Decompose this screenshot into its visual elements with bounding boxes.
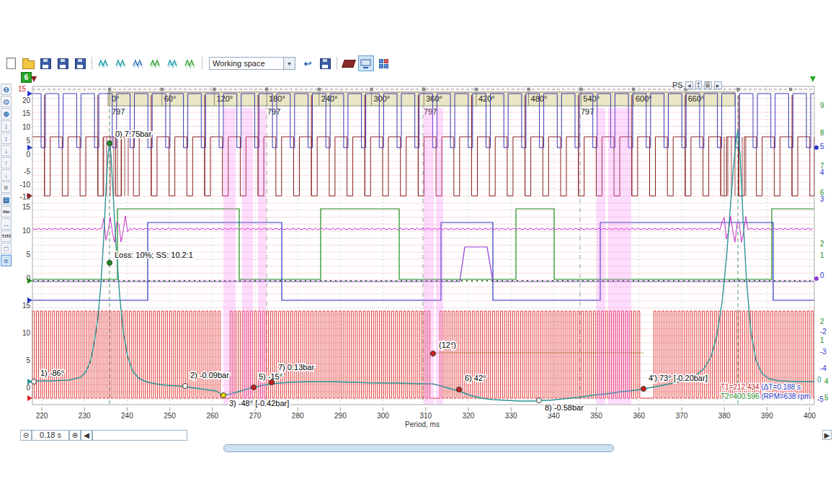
marker-4p[interactable]: [641, 387, 646, 392]
ps-label: PS: [672, 81, 683, 89]
marker-7[interactable]: [270, 380, 275, 385]
toolbar-separator: [92, 57, 92, 70]
marker-0-label: 0) 7.75bar: [115, 130, 151, 138]
highlight-band: [597, 108, 605, 405]
chart-canvas[interactable]: 0°60°120°180°240°300°360°420°480°540°600…: [0, 0, 833, 504]
toolbar-separator: [202, 57, 202, 70]
trigger-marker[interactable]: [810, 76, 816, 82]
marker-1-label: 1) -86°: [40, 369, 64, 377]
frame-button[interactable]: □: [1, 243, 12, 254]
marker-3[interactable]: [221, 393, 226, 398]
x-axis-tick-label: 290: [334, 412, 347, 420]
save-workspace-button[interactable]: [317, 55, 333, 71]
x-axis-tick-label: 370: [676, 412, 688, 420]
highlight-band: [436, 108, 443, 405]
marker-2[interactable]: [183, 384, 188, 389]
signal-preset-1-button[interactable]: [96, 55, 112, 71]
undo-button[interactable]: ↩: [300, 55, 316, 71]
shift-down-button[interactable]: ↓: [1, 169, 12, 181]
open-folder-icon: [22, 60, 35, 69]
labels-button[interactable]: Abc: [1, 206, 12, 217]
save-as-button[interactable]: [55, 55, 71, 71]
digital-view-button[interactable]: ▤: [1, 194, 12, 205]
open-file-button[interactable]: [20, 55, 36, 71]
scroll-track[interactable]: [92, 430, 187, 441]
new-file-icon: [6, 58, 16, 69]
x-axis-tick-label: 400: [803, 412, 816, 420]
period-value-label: 797: [267, 107, 280, 116]
x-axis-tick-label: 220: [36, 412, 48, 420]
compress-vertical-button[interactable]: ↕: [1, 132, 12, 144]
left-axis-label: 10: [22, 227, 31, 235]
marker-0[interactable]: [107, 141, 112, 146]
ps-left-button[interactable]: ◀: [685, 81, 693, 89]
toolbar-separator: [337, 57, 337, 70]
move-down-button[interactable]: ↓: [1, 145, 12, 156]
ps-spinner[interactable]: ▲▼: [695, 81, 702, 89]
trigger-marker[interactable]: [31, 76, 37, 82]
signal-preset-6-button[interactable]: [182, 55, 198, 71]
layout-grid-button[interactable]: [375, 55, 391, 71]
ps-down-icon[interactable]: ▼: [697, 85, 700, 89]
waveform-icon: [150, 58, 161, 69]
channel-zero-marker[interactable]: [27, 91, 32, 96]
time-sync-button[interactable]: ⊕: [69, 430, 81, 441]
right-axis-label: 1: [820, 336, 824, 344]
signal-preset-2-button[interactable]: [113, 55, 129, 71]
new-file-button[interactable]: [3, 55, 19, 71]
channel-zero-marker[interactable]: [27, 145, 32, 150]
marker-12[interactable]: [431, 351, 436, 356]
ps-right-button[interactable]: ▶: [714, 81, 722, 89]
floppy-disk-icon: [320, 58, 331, 69]
signal-preset-4-button[interactable]: [148, 55, 164, 71]
channel-level-dot[interactable]: [814, 145, 819, 150]
marker-6[interactable]: [457, 387, 462, 392]
time-markers-button[interactable]: T1T2: [1, 230, 12, 242]
marker-5-label: 5) -15°: [259, 372, 282, 381]
shift-up-button[interactable]: ↑: [1, 157, 12, 168]
zoom-fit-button[interactable]: ⊙: [1, 96, 12, 107]
combo-caret-icon[interactable]: ▼: [283, 58, 295, 69]
time-markers-button-label: T1T2: [1, 234, 10, 238]
marker-7-label: 7) 0.13bar: [278, 363, 314, 372]
signal-preset-5-button[interactable]: [165, 55, 181, 71]
ps-lock-icon[interactable]: [704, 81, 712, 89]
x-axis-tick-label: 270: [249, 412, 262, 420]
highlight-band: [223, 108, 236, 405]
marker-2-label: 2) -0.09bar: [190, 371, 229, 379]
marker-8[interactable]: [537, 398, 542, 403]
highlight-band: [424, 108, 434, 405]
marker-5[interactable]: [251, 385, 257, 390]
left-axis-label: 0: [26, 150, 30, 158]
x-axis-tick-label: 380: [718, 412, 731, 420]
marker-6-label: 6) 42°: [465, 374, 486, 382]
left-axis-label: 20: [22, 96, 31, 104]
zoom-out-button[interactable]: ⊖: [1, 84, 12, 95]
workspace-combo-value[interactable]: Working space: [210, 59, 283, 68]
scroll-right-button[interactable]: ▶: [822, 430, 832, 440]
rows-button[interactable]: ≡: [1, 181, 12, 193]
display-mode-button[interactable]: [358, 55, 374, 71]
scroll-left-button[interactable]: ◀: [81, 430, 92, 441]
right-axis-label: 0: [820, 271, 824, 279]
measure-button[interactable]: ↔: [1, 218, 12, 230]
highlight-band: [608, 108, 631, 405]
waveform-tool-button[interactable]: ≈: [1, 255, 12, 266]
x-axis-tick-label: 260: [206, 412, 218, 420]
eraser-button[interactable]: [341, 55, 357, 71]
zoom-in-button[interactable]: ⊕: [1, 108, 12, 120]
channel-zero-marker[interactable]: [27, 395, 32, 401]
horizontal-scrollbar-thumb[interactable]: [223, 444, 614, 452]
degree-ruler-label: 660°: [688, 94, 705, 103]
marker-8-label: 8) -0.58bar: [545, 403, 584, 412]
save-copy-button[interactable]: [72, 55, 88, 71]
save-file-button[interactable]: [37, 55, 53, 71]
x-axis-tick-label: 330: [505, 412, 517, 420]
time-zoom-out-button[interactable]: ⊖: [20, 430, 32, 441]
channel-level-dot[interactable]: [814, 276, 819, 281]
left-axis-label: 15: [22, 302, 31, 310]
signal-preset-3-button[interactable]: [130, 55, 146, 71]
workspace-combo[interactable]: Working space▼: [209, 57, 295, 70]
marker-loss[interactable]: [107, 261, 112, 266]
stretch-vertical-button[interactable]: ↕: [1, 120, 12, 132]
